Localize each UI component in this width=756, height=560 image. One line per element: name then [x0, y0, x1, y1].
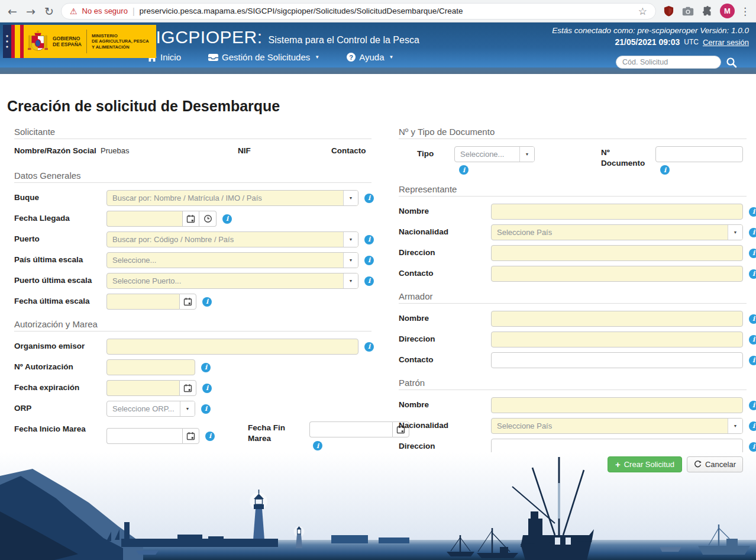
tipo-documento-select[interactable]: Seleccione... ▼ — [454, 146, 535, 162]
armador-direccion-input[interactable] — [491, 332, 743, 347]
star-icon: ★ — [5, 34, 8, 38]
representante-contacto-input[interactable] — [491, 266, 743, 282]
pais-ultima-escala-placeholder: Seleccione... — [107, 253, 343, 268]
info-icon[interactable]: i — [201, 363, 211, 372]
armador-nombre-input[interactable] — [491, 311, 743, 327]
buque-select[interactable]: Buscar por: Nombre / Matrícula / IMO / P… — [106, 190, 358, 206]
screenshot-extension-icon[interactable] — [681, 7, 695, 16]
bookmark-star-icon[interactable]: ☆ — [638, 5, 647, 17]
representante-nacionalidad-select[interactable]: Seleccione País ▼ — [491, 224, 743, 240]
representante-nacionalidad-placeholder: Seleccione País — [492, 225, 728, 240]
calendar-button[interactable] — [179, 380, 196, 396]
info-icon[interactable]: i — [749, 314, 756, 324]
info-icon[interactable]: i — [364, 256, 374, 265]
info-icon[interactable]: i — [749, 335, 756, 345]
info-icon[interactable]: i — [364, 235, 374, 244]
fecha-llegada-input[interactable] — [106, 211, 182, 227]
representante-nombre-input[interactable] — [491, 204, 743, 220]
num-autorizacion-input[interactable] — [106, 359, 195, 375]
representante-direccion-input[interactable] — [491, 245, 743, 261]
utc-label: UTC — [684, 38, 699, 46]
eu-flag-stars-icon: ★ ★ ★ — [3, 25, 11, 58]
section-armador: Armador — [399, 291, 747, 304]
info-icon[interactable]: i — [202, 297, 212, 307]
url-bar[interactable]: ⚠ No es seguro | preservicio.pesca.mapam… — [61, 3, 656, 20]
info-icon[interactable]: i — [364, 342, 374, 352]
inbox-icon — [208, 54, 218, 61]
chevron-down-icon: ▼ — [343, 273, 358, 288]
info-icon[interactable]: i — [222, 214, 232, 224]
solicitante-contacto-label: Contacto — [331, 146, 366, 155]
extensions-menu-icon[interactable] — [700, 6, 715, 17]
profile-avatar[interactable]: M — [720, 4, 735, 18]
info-icon[interactable]: i — [749, 421, 756, 431]
info-icon[interactable]: i — [364, 194, 374, 203]
nav-inicio-label: Inicio — [160, 52, 181, 62]
app-title: SIGCPIOPER: Sistema para el Control de l… — [144, 27, 419, 47]
session-info: Estás conectado como: pre-scpioperoper V… — [552, 26, 749, 47]
calendar-icon — [183, 297, 192, 306]
tipo-documento-placeholder: Seleccione... — [455, 147, 519, 162]
info-icon[interactable]: i — [201, 404, 211, 414]
patron-nombre-input[interactable] — [491, 397, 743, 413]
info-icon[interactable]: i — [749, 228, 756, 237]
back-icon[interactable]: ← — [6, 5, 19, 18]
search-input[interactable] — [616, 56, 721, 69]
nav-gestion-solicitudes[interactable]: Gestión de Solicitudes ▼ — [208, 52, 319, 62]
fecha-inicio-marea-input[interactable] — [106, 428, 182, 444]
url-text[interactable]: preservicio.pesca.mapama.es/SIGCPI/sigcp… — [140, 7, 634, 15]
orp-select[interactable]: Seleccione ORP... ▼ — [106, 401, 195, 417]
spain-flag-stripe — [15, 25, 20, 58]
info-icon[interactable]: i — [749, 249, 756, 258]
info-icon[interactable]: i — [660, 165, 670, 175]
num-documento-input[interactable] — [655, 146, 743, 162]
browser-menu-icon[interactable]: ⋮ — [740, 5, 750, 17]
armador-contacto-input[interactable] — [491, 352, 743, 368]
puerto-ultima-escala-select[interactable]: Seleccione Puerto... ▼ — [106, 273, 358, 289]
representante-nacionalidad-label: Nacionalidad — [399, 224, 491, 237]
puerto-select[interactable]: Buscar por: Código / Nombre / País ▼ — [106, 231, 358, 247]
solicitante-row: Nombre/Razón Social Pruebas NIF Contacto — [14, 146, 371, 155]
ministerio-label-line3: Y ALIMENTACIÓN — [92, 44, 149, 50]
organismo-emisor-input[interactable] — [106, 339, 358, 355]
time-button[interactable] — [199, 211, 217, 227]
browser-toolbar: ← → ↻ ⚠ No es seguro | preservicio.pesca… — [0, 0, 756, 22]
fecha-expiracion-input[interactable] — [106, 380, 179, 396]
security-warning-label[interactable]: No es seguro — [82, 7, 128, 15]
calendar-button[interactable] — [182, 428, 199, 444]
info-icon[interactable]: i — [459, 165, 469, 175]
info-icon[interactable]: i — [202, 384, 212, 393]
info-icon[interactable]: i — [749, 442, 756, 452]
info-icon[interactable]: i — [313, 441, 322, 450]
ublock-extension-icon[interactable] — [661, 5, 676, 17]
pais-ultima-escala-select[interactable]: Seleccione... ▼ — [106, 252, 358, 268]
chevron-down-icon: ▼ — [519, 147, 534, 162]
puerto-ultima-escala-placeholder: Seleccione Puerto... — [107, 273, 343, 288]
info-icon[interactable]: i — [749, 207, 756, 217]
patron-nacionalidad-select[interactable]: Seleccione País ▼ — [491, 418, 743, 434]
logout-link[interactable]: Cerrar sesión — [703, 38, 749, 47]
fecha-llegada-label: Fecha Llegada — [14, 211, 106, 223]
reload-icon[interactable]: ↻ — [43, 5, 56, 18]
info-icon[interactable]: i — [749, 356, 756, 365]
info-icon[interactable]: i — [205, 432, 215, 441]
logo-divider — [86, 30, 87, 53]
calendar-button[interactable] — [182, 211, 199, 227]
section-datos-generales: Datos Generales — [14, 170, 371, 183]
section-representante: Representante — [399, 184, 747, 197]
cancelar-button[interactable]: Cancelar — [687, 456, 743, 472]
crear-solicitud-button[interactable]: + Crear Solicitud — [608, 456, 682, 472]
calendar-button[interactable] — [179, 294, 196, 310]
info-icon[interactable]: i — [749, 269, 756, 279]
puerto-ultima-escala-label: Puerto última escala — [14, 273, 106, 285]
fecha-ultima-escala-input[interactable] — [106, 294, 179, 310]
fecha-fin-marea-input[interactable] — [309, 421, 392, 437]
clock-icon — [203, 214, 212, 223]
search-icon[interactable] — [726, 57, 737, 68]
info-icon[interactable]: i — [749, 401, 756, 410]
info-icon[interactable]: i — [364, 276, 374, 286]
armador-direccion-label: Direccion — [399, 332, 491, 344]
chevron-down-icon: ▼ — [728, 419, 742, 433]
forward-icon[interactable]: → — [24, 5, 37, 18]
nav-ayuda[interactable]: ? Ayuda ▼ — [347, 52, 393, 62]
